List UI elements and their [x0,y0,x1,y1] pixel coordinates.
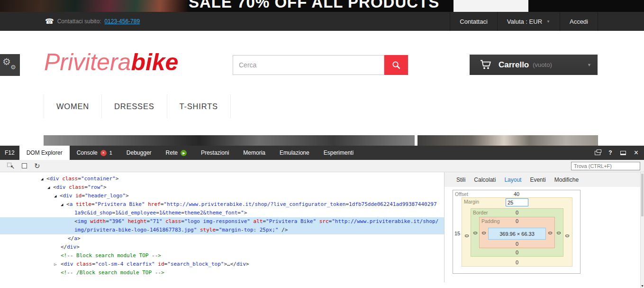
border-bottom-value[interactable]: 0 [471,250,563,255]
expand-arrow-icon[interactable]: ◢ [61,200,63,209]
dom-tree-line[interactable]: ◢<div class="row"> [0,183,444,192]
refresh-icon[interactable]: ↻ [34,163,40,169]
tab-dom-explorer[interactable]: DOM Explorer [19,146,70,160]
dom-node-text: </div> [0,243,80,251]
cart-icon [480,60,492,70]
border-left-value[interactable]: 0 [472,230,478,236]
scrollbar-thumb[interactable] [641,174,644,216]
tab-debugger[interactable]: Debugger [119,146,159,160]
dom-tree-line[interactable]: ▷<div class="col-sm-4 clearfix" id="sear… [0,260,444,269]
live-configurator-toggle[interactable]: ⚙ ⚙ [0,54,20,76]
padding-right-value[interactable]: 0 [547,230,553,236]
nav-item-tshirts[interactable]: T-SHIRTS [167,94,231,118]
phone-icon: ☎ [45,17,54,26]
devtools-sidebar: Stili Calcolati Layout Eventi Modifiche … [444,172,641,282]
main-nav: WOMEN DRESSES T-SHIRTS [44,94,598,118]
select-element-icon[interactable]: ↖ [7,162,15,169]
tab-layout[interactable]: Layout [504,177,521,183]
scroll-down-icon[interactable]: ▼ [641,284,644,288]
box-model-padding: Padding 0 0 0 0 369.96 × 66.33 [479,217,555,248]
tab-console[interactable]: Console × 1 [70,146,119,160]
dom-tree-line[interactable]: <!-- Block search module TOP --> [0,251,444,260]
tab-stili[interactable]: Stili [456,177,465,183]
tab-label: Rete [166,149,178,156]
help-icon[interactable]: ? [608,149,612,156]
margin-bottom-value[interactable]: 0 [462,260,572,265]
padding-top-value[interactable]: 0 [480,218,554,224]
search-input[interactable] [233,56,384,74]
highlight-elements-icon[interactable] [22,163,27,168]
vertical-scrollbar[interactable]: ▼ [640,172,644,288]
cart-label: Carrello [499,60,529,70]
search-box [233,55,384,75]
banner-button[interactable] [454,0,528,12]
tab-label: Memoria [243,149,265,156]
dom-node-text: <div class="container"> [0,175,118,183]
tab-label: DOM Explorer [27,149,63,156]
expand-arrow-icon[interactable]: ◢ [47,183,50,192]
banner-photo [0,0,188,12]
currency-dropdown[interactable]: Valuta : EUR ▼ [497,12,560,31]
offset-top-value[interactable]: 40 [453,191,580,197]
tab-calcolati[interactable]: Calcolati [474,177,496,183]
phone-number-link[interactable]: 0123-456-789 [104,18,140,25]
topbar-link-label: Contattaci [460,18,488,25]
dom-node-text: <!-- /Block search module TOP --> [0,269,164,277]
content-size-value: 369.96 × 66.33 [499,231,535,237]
dom-tree-line[interactable]: img/privitera-bike-logo-1461867783.jpg" … [0,226,444,234]
dom-tree-line[interactable]: ◢<div class="container"> [0,175,444,183]
dom-node-text: img/privitera-bike-logo-1461867783.jpg" … [0,226,288,234]
nav-item-women[interactable]: WOMEN [44,94,102,118]
dom-node-text: <div class="row"> [0,183,107,192]
dom-tree-line[interactable]: <img width="396" height="71" class="logo… [0,217,444,226]
tab-esperimenti[interactable]: Esperimenti [317,146,361,160]
topbar-link-contattaci[interactable]: Contattaci [450,12,497,31]
cart-button[interactable]: Carrello (vuoto) ▼ [470,55,598,75]
collapse-arrow-icon[interactable]: ▷ [54,260,56,269]
tab-rete[interactable]: Rete ▶ [159,146,194,160]
nav-item-dresses[interactable]: DRESSES [102,94,167,118]
topbar-link-accedi[interactable]: Accedi [560,12,598,31]
margin-right-value[interactable]: 0 [564,233,570,239]
margin-label: Margin [464,199,479,204]
dom-tree-line[interactable]: ◢<a title="Privitera Bike" href="http://… [0,200,444,209]
dock-icon[interactable] [620,151,626,155]
popout-icon[interactable] [595,151,600,155]
expand-arrow-icon[interactable]: ◢ [54,192,56,200]
box-model-content: 369.96 × 66.33 [488,228,546,240]
margin-top-input[interactable] [506,198,528,206]
tab-prestazioni[interactable]: Prestazioni [194,146,236,160]
border-right-value[interactable]: 0 [556,230,562,236]
margin-left-value[interactable]: 0 [464,233,470,239]
sale-banner: SALE 70% OFF ALL PRODUCTS [0,0,644,12]
play-badge-icon: ▶ [181,150,187,156]
devtools-toolbar: ↖ ↻ [0,160,644,172]
padding-bottom-value[interactable]: 0 [480,241,554,247]
tab-label: Debugger [127,149,152,156]
offset-left-value[interactable]: 15 [454,231,461,236]
dom-node-text: 1a9c&id_shop=1&id_employee=1&theme=theme… [0,209,247,217]
dom-tree: ◢<div class="container">◢<div class="row… [0,172,444,282]
dom-tree-line[interactable]: </div> [0,243,444,251]
topbar: ☎ Contattaci subito: 0123-456-789 Contat… [0,12,644,31]
find-input[interactable] [571,162,640,170]
padding-left-value[interactable]: 0 [481,230,487,236]
dom-tree-line[interactable]: <!-- /Block search module TOP --> [0,269,444,277]
border-top-value[interactable]: 0 [471,210,563,215]
tab-eventi[interactable]: Eventi [530,177,545,183]
chevron-down-icon: ▼ [587,63,591,67]
tab-memoria[interactable]: Memoria [236,146,272,160]
tab-modifiche[interactable]: Modifiche [554,177,579,183]
close-icon[interactable]: × [634,150,638,156]
login-label: Accedi [570,18,588,25]
tab-emulazione[interactable]: Emulazione [272,146,317,160]
search-button[interactable] [384,55,408,75]
f12-menu-button[interactable]: F12 [0,146,19,160]
dom-tree-line[interactable]: </a> [0,234,444,243]
dom-tree-line[interactable]: ◢<div id="header_logo"> [0,192,444,200]
hero-image-right[interactable] [417,135,598,146]
dom-tree-line[interactable]: 1a9c&id_shop=1&id_employee=1&theme=theme… [0,209,444,217]
shop-logo[interactable]: Priviterabike [44,49,178,81]
hero-image-left[interactable] [44,135,415,146]
expand-arrow-icon[interactable]: ◢ [41,175,43,183]
